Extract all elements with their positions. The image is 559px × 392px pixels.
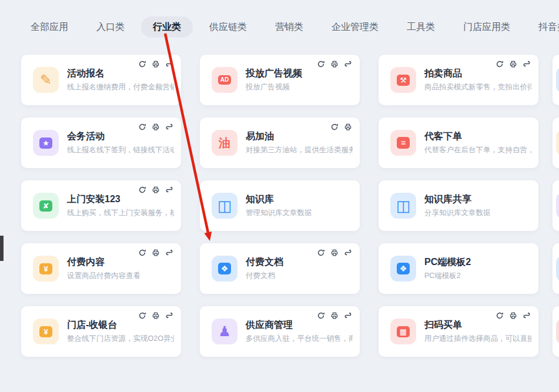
tab-all[interactable]: 全部应用 [31, 21, 68, 33]
app-icon: ◫ [390, 193, 416, 219]
app-icon: AD [212, 67, 237, 93]
app-title: PC端模板2 [424, 256, 471, 268]
link-icon[interactable] [165, 186, 173, 194]
app-card-yi-jiayou[interactable]: 油 易加油 对接第三方油站，提供生活类服务。 [200, 118, 360, 168]
tab-enterprise-mgmt[interactable]: 企业管理类 [332, 21, 379, 33]
refresh-icon[interactable] [138, 186, 146, 194]
refresh-icon[interactable] [138, 60, 146, 68]
tab-supply-chain[interactable]: 供应链类 [209, 21, 247, 33]
refresh-icon[interactable] [138, 249, 146, 257]
app-icon: ✎ [33, 67, 59, 93]
refresh-icon[interactable] [330, 123, 339, 131]
app-card-pc-moban-2[interactable]: ❖ PC端模板2 PC端模板2 [379, 243, 538, 294]
app-title: 付费文档 [246, 256, 283, 268]
app-card-fufei-neirong[interactable]: ¥ 付费内容 设置商品付费内容查看 [21, 243, 181, 294]
app-title: 知识库 [246, 193, 312, 205]
app-card-toufang-guanggao-shipin[interactable]: AD 投放广告视频 投放广告视频 [200, 55, 360, 105]
partial-app-card[interactable] [553, 180, 559, 231]
app-card-meta: 会务活动 线上报名线下签到，链接线下活动。 [67, 130, 181, 155]
printer-icon[interactable] [330, 249, 339, 257]
link-icon[interactable] [165, 123, 173, 131]
tab-tools[interactable]: 工具类 [407, 21, 435, 33]
app-card-meta: 供应商管理 多供应商入驻，平台统一销售，商... [246, 319, 360, 344]
app-icon: ≡ [390, 130, 416, 156]
link-icon[interactable] [165, 249, 173, 257]
printer-icon[interactable] [344, 123, 352, 131]
printer-icon[interactable] [509, 311, 517, 320]
link-icon[interactable] [165, 60, 173, 68]
refresh-icon[interactable] [496, 311, 504, 320]
refresh-icon[interactable] [138, 311, 146, 320]
category-tab-label: 抖音类应用 [538, 22, 559, 32]
app-icon-glyph: ⚒ [397, 75, 410, 86]
partial-app-card[interactable] [553, 306, 559, 357]
app-card-meta: 知识库 管理知识库文章数据 [246, 193, 319, 218]
partial-app-icon [556, 130, 559, 156]
tab-industry[interactable]: 行业类 [153, 21, 181, 33]
app-icon: ¥ [33, 319, 59, 344]
card-actions [317, 249, 352, 257]
refresh-icon[interactable] [317, 311, 325, 320]
tab-marketing[interactable]: 营销类 [275, 21, 303, 33]
app-card-shangmen-anzhuang-123[interactable]: ✘ 上门安装123 线上购买，线下上门安装服务，核... [21, 180, 181, 231]
app-icon: ❖ [212, 256, 237, 282]
app-subtitle: 对接第三方油站，提供生活类服务。 [246, 145, 353, 155]
partial-app-card[interactable] [553, 118, 559, 168]
category-tab-label: 全部应用 [31, 22, 68, 32]
printer-icon[interactable] [152, 60, 160, 68]
app-subtitle: 整合线下门店资源，实现O2O异业... [67, 334, 174, 344]
app-card-saoma-maidan[interactable]: ▦ 扫码买单 用户通过插件选择商品，可以直接... [379, 306, 538, 357]
card-actions [317, 60, 352, 68]
app-card-paimai-shangpin[interactable]: ⚒ 拍卖商品 商品拍卖模式新零售，竞拍出价得... [379, 55, 538, 105]
partial-app-icon [556, 193, 559, 219]
printer-icon[interactable] [330, 60, 339, 68]
app-icon: ❖ [390, 256, 416, 282]
app-card-meta: 拍卖商品 商品拍卖模式新零售，竞拍出价得... [424, 68, 538, 92]
app-card-daike-xiadan[interactable]: ≡ 代客下单 代替客户在后台下单，支持自营，... [379, 118, 538, 168]
printer-icon[interactable] [152, 123, 160, 131]
app-card-zhishiku[interactable]: ◫ 知识库 管理知识库文章数据 [200, 180, 360, 231]
app-subtitle: 管理知识库文章数据 [246, 208, 312, 218]
printer-icon[interactable] [330, 311, 339, 320]
app-subtitle: 付费文档 [246, 271, 283, 281]
tab-douyin-apps[interactable]: 抖音类应用 [538, 21, 559, 33]
refresh-icon[interactable] [138, 123, 146, 131]
partial-app-card[interactable] [553, 243, 559, 294]
refresh-icon[interactable] [317, 60, 325, 68]
link-icon[interactable] [523, 60, 531, 68]
refresh-icon[interactable] [317, 249, 325, 257]
link-icon[interactable] [523, 311, 531, 320]
background-window-sliver [0, 236, 4, 261]
app-card-huiwu-huodong[interactable]: ★ 会务活动 线上报名线下签到，链接线下活动。 [21, 118, 181, 168]
app-subtitle: 线上报名缴纳费用，付费金额营销... [67, 82, 174, 92]
app-card-meta: 门店-收银台 整合线下门店资源，实现O2O异业... [67, 319, 181, 344]
app-title: 门店-收银台 [67, 319, 174, 331]
app-card-huodong-baoming[interactable]: ✎ 活动报名 线上报名缴纳费用，付费金额营销... [21, 55, 181, 105]
app-card-zhishiku-gongxiang[interactable]: ◫ 知识库共享 分享知识库文章数据 [379, 180, 538, 231]
app-card-mendian-shouyintai[interactable]: ¥ 门店-收银台 整合线下门店资源，实现O2O异业... [21, 306, 181, 357]
app-title: 付费内容 [67, 256, 140, 268]
app-subtitle: 线上购买，线下上门安装服务，核... [67, 208, 174, 218]
card-actions [138, 186, 173, 194]
category-tabs: 全部应用 入口类 行业类 供应链类 营销类 企业管理类 工具类 门店应用类 抖音… [31, 21, 559, 33]
app-card-fufei-wendang[interactable]: ❖ 付费文档 付费文档 [200, 243, 360, 294]
tab-entry[interactable]: 入口类 [96, 21, 125, 33]
tab-store-apps[interactable]: 门店应用类 [463, 21, 510, 33]
link-icon[interactable] [344, 311, 352, 320]
printer-icon[interactable] [152, 311, 160, 320]
link-icon[interactable] [165, 311, 173, 320]
app-subtitle: 代替客户在后台下单，支持自营，... [424, 145, 531, 155]
app-icon-glyph: ◫ [217, 198, 232, 213]
app-card-gongyingshang-guanli[interactable]: ♟ 供应商管理 多供应商入驻，平台统一销售，商... [200, 306, 360, 357]
printer-icon[interactable] [152, 249, 160, 257]
printer-icon[interactable] [509, 60, 517, 68]
partial-app-card[interactable] [553, 55, 559, 105]
app-icon-glyph: ▦ [397, 326, 410, 337]
refresh-icon[interactable] [496, 60, 504, 68]
app-card-meta: 扫码买单 用户通过插件选择商品，可以直接... [424, 319, 538, 344]
app-title: 会务活动 [67, 130, 174, 142]
link-icon[interactable] [344, 249, 352, 257]
printer-icon[interactable] [152, 186, 160, 194]
category-tab-label: 供应链类 [209, 22, 247, 32]
link-icon[interactable] [344, 60, 352, 68]
